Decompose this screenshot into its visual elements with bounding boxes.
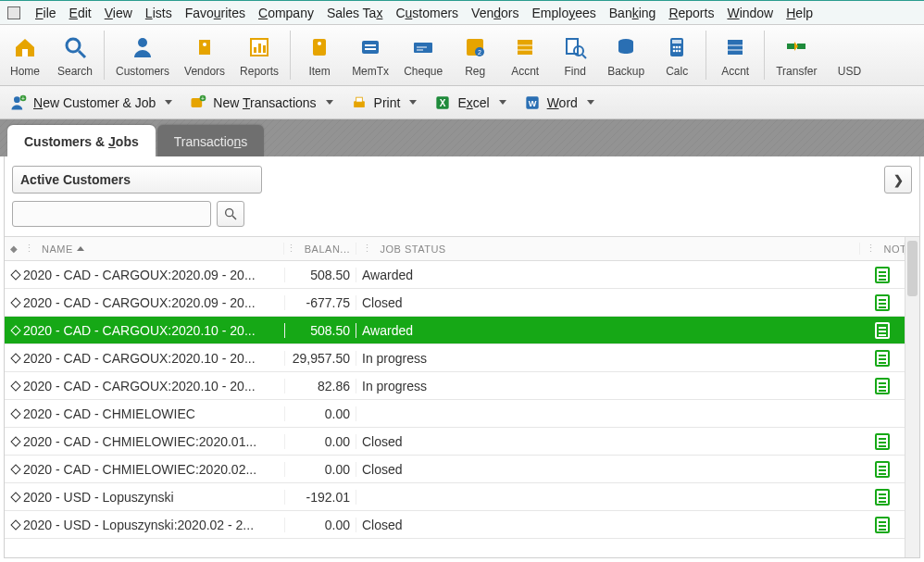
transfer-icon: [783, 34, 809, 63]
home-button[interactable]: Home: [0, 25, 50, 85]
print-menu[interactable]: Print: [350, 94, 418, 112]
menu-file[interactable]: File: [35, 6, 56, 20]
item-label: Item: [308, 65, 330, 78]
table-row[interactable]: 2020 - CAD - CHMIELOWIEC:2020.01...0.00C…: [5, 428, 905, 456]
calc-button[interactable]: Calc: [652, 25, 702, 85]
svg-point-5: [203, 43, 206, 46]
col-note[interactable]: NOT...: [860, 243, 905, 255]
customer-filter-dropdown[interactable]: Active Customers: [12, 166, 262, 194]
search-button[interactable]: [217, 201, 244, 227]
reg-button[interactable]: 2Reg: [450, 25, 500, 85]
svg-rect-7: [254, 47, 256, 53]
menu-help[interactable]: Help: [786, 6, 813, 20]
new-customer-job-menu[interactable]: + New Customer & Job: [9, 94, 172, 112]
svg-rect-34: [728, 40, 743, 55]
col-balance[interactable]: BALAN...: [284, 243, 356, 255]
svg-line-24: [582, 55, 586, 58]
table-row[interactable]: 2020 - CAD - CHMIELOWIEC:2020.02...0.00C…: [5, 456, 905, 483]
home-icon: [12, 34, 38, 63]
reports-label: Reports: [240, 65, 279, 78]
cell-balance: -677.75: [284, 295, 356, 310]
col-job-status[interactable]: JOB STATUS: [356, 243, 860, 255]
cell-name: 2020 - USD - Lopuszynski:2020.02 - 2...: [5, 518, 284, 532]
backup-button[interactable]: Backup: [600, 25, 652, 85]
cell-balance: 0.00: [284, 462, 356, 477]
svg-point-30: [679, 46, 681, 49]
usd-button[interactable]: USD: [824, 25, 874, 85]
svg-point-3: [138, 38, 147, 47]
cell-note: [860, 489, 905, 506]
cell-job-status: In progress: [356, 379, 860, 393]
cell-job-status: Closed: [356, 295, 860, 310]
svg-point-39: [14, 96, 20, 103]
cheque-button[interactable]: Cheque: [396, 25, 450, 85]
menu-company[interactable]: Company: [258, 6, 314, 20]
transfer-button[interactable]: Transfer: [768, 25, 824, 85]
menu-view[interactable]: View: [105, 6, 132, 20]
system-menu-icon[interactable]: [7, 6, 20, 19]
svg-point-33: [679, 50, 681, 53]
col-name[interactable]: ◆NAME: [5, 243, 284, 255]
scrollbar-thumb[interactable]: [907, 241, 918, 296]
note-icon: [875, 350, 890, 367]
menu-sales-tax[interactable]: Sales Tax: [327, 6, 382, 20]
table-row[interactable]: 2020 - CAD - CARGOUX:2020.10 - 20...82.8…: [5, 372, 905, 400]
cell-name: 2020 - CAD - CARGOUX:2020.10 - 20...: [5, 323, 284, 338]
excel-icon: X: [433, 94, 452, 112]
table-row[interactable]: 2020 - CAD - CARGOUX:2020.09 - 20...-677…: [5, 289, 905, 317]
table-row[interactable]: 2020 - CAD - CARGOUX:2020.10 - 20...29,9…: [5, 344, 905, 372]
reports-icon: [246, 34, 272, 63]
cell-note: [860, 267, 905, 283]
reports-button[interactable]: Reports: [232, 25, 286, 85]
tab-customers-jobs[interactable]: Customers & Jobs: [7, 125, 156, 156]
table-row[interactable]: 2020 - CAD - CHMIELOWIEC0.00: [5, 400, 905, 428]
excel-menu[interactable]: X Excel: [433, 94, 506, 112]
search-input[interactable]: [12, 201, 211, 227]
chevron-down-icon: [165, 100, 172, 105]
menu-employees[interactable]: Employees: [532, 6, 596, 20]
backup-label: Backup: [607, 65, 644, 78]
svg-point-31: [673, 50, 676, 53]
diamond-icon: [10, 492, 20, 502]
cell-note: [860, 433, 905, 450]
cell-name: 2020 - CAD - CARGOUX:2020.09 - 20...: [5, 268, 284, 282]
table-row[interactable]: 2020 - USD - Lopuszynski:2020.02 - 2...0…: [5, 511, 905, 539]
chevron-down-icon: [587, 100, 594, 105]
table-row[interactable]: 2020 - CAD - CARGOUX:2020.10 - 20...508.…: [5, 317, 905, 344]
expand-panel-button[interactable]: ❯: [884, 166, 912, 194]
vertical-scrollbar[interactable]: [905, 237, 919, 557]
note-icon: [875, 489, 890, 506]
menu-favourites[interactable]: Favourites: [185, 6, 245, 20]
menu-edit[interactable]: Edit: [69, 6, 92, 20]
search-button[interactable]: Search: [50, 25, 100, 85]
cell-balance: -192.01: [284, 490, 356, 505]
item-button[interactable]: Item: [294, 25, 344, 85]
svg-text:W: W: [528, 99, 536, 108]
svg-rect-10: [313, 39, 326, 56]
menu-vendors[interactable]: Vendors: [471, 6, 518, 20]
menu-banking[interactable]: Banking: [609, 6, 656, 20]
vendors-button[interactable]: Vendors: [177, 25, 232, 85]
chevron-right-icon: ❯: [893, 173, 904, 187]
find-button[interactable]: Find: [550, 25, 600, 85]
menu-window[interactable]: Window: [727, 6, 773, 20]
memtx-icon: [357, 34, 383, 63]
svg-text:2: 2: [478, 49, 481, 56]
customers-button[interactable]: Customers: [108, 25, 177, 85]
menu-lists[interactable]: Lists: [145, 6, 172, 20]
svg-rect-27: [672, 40, 681, 44]
memtx-button[interactable]: MemTx: [344, 25, 396, 85]
table-row[interactable]: 2020 - USD - Lopuszynski-192.01: [5, 483, 905, 511]
new-transactions-menu[interactable]: + New Transactions: [189, 94, 332, 112]
table-row[interactable]: 2020 - CAD - CARGOUX:2020.09 - 20...508.…: [5, 261, 905, 289]
toolbar-separator: [104, 31, 105, 80]
menu-customers[interactable]: Customers: [395, 6, 458, 20]
table-wrap: ◆NAME BALAN... JOB STATUS NOT... 2020 - …: [5, 236, 919, 557]
menu-reports[interactable]: Reports: [668, 6, 714, 20]
accnt-button[interactable]: Accnt: [500, 25, 550, 85]
diamond-icon: [10, 353, 20, 363]
tab-transactions[interactable]: Transactions: [157, 125, 265, 156]
accnt2-button[interactable]: Accnt: [710, 25, 760, 85]
word-menu[interactable]: W Word: [523, 94, 594, 112]
main-toolbar: HomeSearchCustomersVendorsReportsItemMem…: [0, 25, 924, 86]
